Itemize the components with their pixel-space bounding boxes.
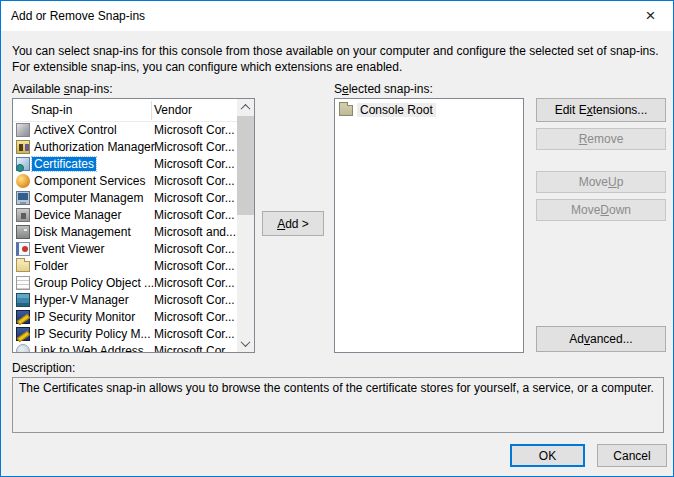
ip-security-monitor-icon bbox=[16, 310, 30, 324]
console-root-row[interactable]: Console Root bbox=[335, 102, 523, 120]
snap-in-name: Group Policy Object ... bbox=[34, 276, 154, 290]
snap-in-row[interactable]: Device ManagerMicrosoft Cor... bbox=[13, 207, 237, 224]
snap-in-row[interactable]: IP Security MonitorMicrosoft Cor... bbox=[13, 309, 237, 326]
snap-in-name: IP Security Monitor bbox=[34, 310, 135, 324]
snap-in-row[interactable]: CertificatesMicrosoft Cor... bbox=[13, 156, 237, 173]
selected-snapins-list[interactable]: Console Root bbox=[334, 98, 524, 353]
snap-in-vendor: Microsoft and... bbox=[154, 225, 236, 239]
component-services-icon bbox=[16, 174, 30, 188]
vertical-scrollbar[interactable] bbox=[237, 99, 254, 352]
move-down-button[interactable]: Move Down bbox=[536, 199, 666, 221]
snap-in-row[interactable]: Computer ManagemMicrosoft Cor... bbox=[13, 190, 237, 207]
group-policy-icon bbox=[16, 276, 30, 290]
column-header-snapin[interactable]: Snap-in bbox=[31, 103, 72, 117]
cancel-button[interactable]: Cancel bbox=[597, 444, 667, 467]
console-root-folder-icon bbox=[339, 105, 353, 116]
snap-in-vendor: Microsoft Cor... bbox=[154, 174, 235, 188]
available-rows: ActiveX ControlMicrosoft Cor...Authoriza… bbox=[13, 122, 237, 352]
snap-in-row[interactable]: FolderMicrosoft Cor... bbox=[13, 258, 237, 275]
selected-snap-in-name: Console Root bbox=[357, 103, 436, 117]
scroll-up-icon[interactable] bbox=[237, 99, 254, 116]
activex-icon bbox=[16, 123, 30, 137]
snap-in-vendor: Microsoft Cor... bbox=[154, 242, 235, 256]
list-header: Snap-in Vendor bbox=[13, 99, 237, 122]
certificates-icon bbox=[16, 157, 30, 171]
device-manager-icon bbox=[16, 208, 30, 222]
authorization-manager-icon bbox=[16, 140, 30, 154]
snap-in-name: Authorization Manager bbox=[34, 140, 155, 154]
snap-in-row[interactable]: Event ViewerMicrosoft Cor... bbox=[13, 241, 237, 258]
snap-in-name: Certificates bbox=[34, 157, 96, 171]
dialog-title: Add or Remove Snap-ins bbox=[11, 9, 145, 23]
scroll-down-icon[interactable] bbox=[237, 335, 254, 352]
snap-in-name: Device Manager bbox=[34, 208, 121, 222]
snap-in-name: Link to Web Address bbox=[34, 344, 144, 352]
snap-in-vendor: Microsoft Cor... bbox=[154, 276, 235, 290]
snap-in-name: Component Services bbox=[34, 174, 145, 188]
edit-extensions-button[interactable]: Edit Extensions... bbox=[536, 98, 666, 122]
snap-in-name: ActiveX Control bbox=[34, 123, 117, 137]
snap-in-vendor: Microsoft Cor... bbox=[154, 140, 235, 154]
snap-in-vendor: Microsoft Cor... bbox=[154, 310, 235, 324]
snap-in-name: Computer Managem bbox=[34, 191, 143, 205]
snap-in-name: Hyper-V Manager bbox=[34, 293, 129, 307]
snap-in-vendor: Microsoft Cor... bbox=[154, 259, 235, 273]
ip-security-policy-icon bbox=[16, 327, 30, 341]
disk-management-icon bbox=[16, 225, 30, 239]
snap-in-name: Folder bbox=[34, 259, 68, 273]
snap-in-row[interactable]: IP Security Policy M...Microsoft Cor... bbox=[13, 326, 237, 343]
folder-icon bbox=[16, 261, 30, 272]
close-icon[interactable]: × bbox=[628, 1, 673, 31]
event-viewer-icon bbox=[16, 242, 30, 256]
snap-in-row[interactable]: Disk ManagementMicrosoft and... bbox=[13, 224, 237, 241]
snap-in-vendor: Microsoft Cor... bbox=[154, 208, 235, 222]
snap-in-row[interactable]: Authorization ManagerMicrosoft Cor... bbox=[13, 139, 237, 156]
available-snapins-label: Available snap-ins: bbox=[12, 82, 113, 96]
snap-in-name: Event Viewer bbox=[34, 242, 104, 256]
snap-in-row[interactable]: Link to Web AddressMicrosoft Cor... bbox=[13, 343, 237, 352]
selected-rows: Console Root bbox=[335, 102, 523, 352]
snap-in-vendor: Microsoft Cor... bbox=[154, 123, 235, 137]
scrollbar-thumb[interactable] bbox=[237, 116, 254, 215]
title-bar: Add or Remove Snap-ins × bbox=[1, 1, 673, 31]
add-button[interactable]: Add > bbox=[262, 211, 324, 236]
description-label: Description: bbox=[12, 361, 75, 375]
snap-in-row[interactable]: Component ServicesMicrosoft Cor... bbox=[13, 173, 237, 190]
computer-management-icon bbox=[16, 191, 30, 205]
snap-in-vendor: Microsoft Cor... bbox=[154, 327, 235, 341]
advanced-button[interactable]: Advanced... bbox=[536, 326, 666, 352]
intro-text: You can select snap-ins for this console… bbox=[12, 43, 664, 75]
move-up-button[interactable]: Move Up bbox=[536, 171, 666, 193]
snap-in-vendor: Microsoft Cor... bbox=[154, 191, 235, 205]
remove-button[interactable]: Remove bbox=[536, 128, 666, 150]
available-snapins-list[interactable]: Snap-in Vendor ActiveX ControlMicrosoft … bbox=[12, 98, 255, 353]
link-web-icon bbox=[16, 344, 30, 352]
snap-in-vendor: Microsoft Cor... bbox=[154, 157, 235, 171]
snap-in-row[interactable]: Group Policy Object ...Microsoft Cor... bbox=[13, 275, 237, 292]
column-divider[interactable] bbox=[151, 101, 152, 120]
snap-in-name: IP Security Policy M... bbox=[34, 327, 150, 341]
snap-in-row[interactable]: Hyper-V ManagerMicrosoft Cor... bbox=[13, 292, 237, 309]
ok-button[interactable]: OK bbox=[510, 444, 585, 467]
snap-in-row[interactable]: ActiveX ControlMicrosoft Cor... bbox=[13, 122, 237, 139]
description-box: The Certificates snap-in allows you to b… bbox=[12, 377, 664, 433]
hyperv-manager-icon bbox=[16, 293, 30, 307]
column-header-vendor[interactable]: Vendor bbox=[154, 103, 192, 117]
selected-snapins-label: Selected snap-ins: bbox=[334, 82, 433, 96]
snap-in-vendor: Microsoft Cor... bbox=[154, 293, 235, 307]
add-remove-snapins-dialog: Add or Remove Snap-ins × You can select … bbox=[0, 0, 674, 477]
snap-in-name: Disk Management bbox=[34, 225, 131, 239]
snap-in-vendor: Microsoft Cor... bbox=[154, 344, 235, 352]
